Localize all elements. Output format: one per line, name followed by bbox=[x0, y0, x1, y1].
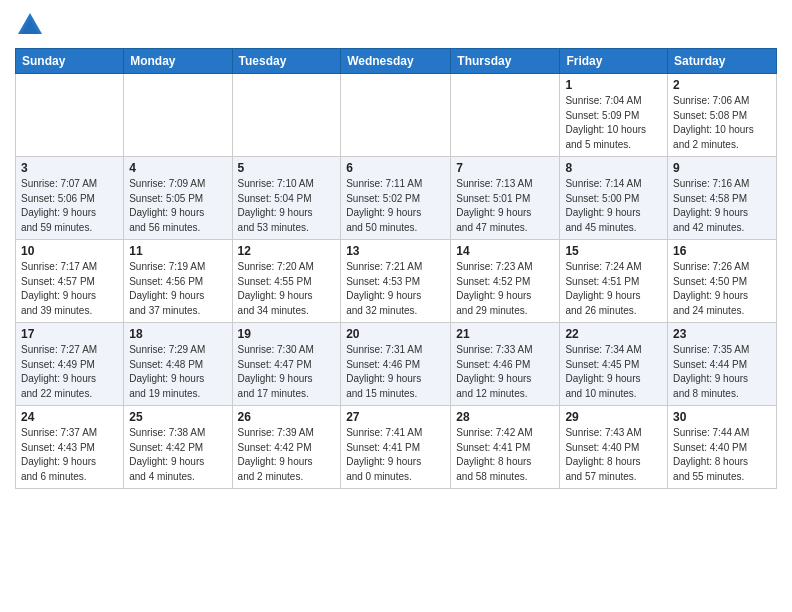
weekday-header-monday: Monday bbox=[124, 49, 232, 74]
calendar-cell: 7Sunrise: 7:13 AMSunset: 5:01 PMDaylight… bbox=[451, 157, 560, 240]
day-info: Sunrise: 7:13 AMSunset: 5:01 PMDaylight:… bbox=[456, 177, 554, 235]
calendar-week-row: 24Sunrise: 7:37 AMSunset: 4:43 PMDayligh… bbox=[16, 406, 777, 489]
calendar-cell: 3Sunrise: 7:07 AMSunset: 5:06 PMDaylight… bbox=[16, 157, 124, 240]
calendar-cell: 2Sunrise: 7:06 AMSunset: 5:08 PMDaylight… bbox=[668, 74, 777, 157]
calendar-cell: 25Sunrise: 7:38 AMSunset: 4:42 PMDayligh… bbox=[124, 406, 232, 489]
calendar-cell: 18Sunrise: 7:29 AMSunset: 4:48 PMDayligh… bbox=[124, 323, 232, 406]
day-number: 25 bbox=[129, 410, 226, 424]
day-number: 22 bbox=[565, 327, 662, 341]
day-number: 17 bbox=[21, 327, 118, 341]
day-info: Sunrise: 7:43 AMSunset: 4:40 PMDaylight:… bbox=[565, 426, 662, 484]
day-info: Sunrise: 7:41 AMSunset: 4:41 PMDaylight:… bbox=[346, 426, 445, 484]
day-number: 5 bbox=[238, 161, 336, 175]
day-info: Sunrise: 7:37 AMSunset: 4:43 PMDaylight:… bbox=[21, 426, 118, 484]
calendar-table: SundayMondayTuesdayWednesdayThursdayFrid… bbox=[15, 48, 777, 489]
day-info: Sunrise: 7:07 AMSunset: 5:06 PMDaylight:… bbox=[21, 177, 118, 235]
day-info: Sunrise: 7:11 AMSunset: 5:02 PMDaylight:… bbox=[346, 177, 445, 235]
weekday-header-sunday: Sunday bbox=[16, 49, 124, 74]
day-info: Sunrise: 7:31 AMSunset: 4:46 PMDaylight:… bbox=[346, 343, 445, 401]
calendar-cell: 10Sunrise: 7:17 AMSunset: 4:57 PMDayligh… bbox=[16, 240, 124, 323]
day-number: 21 bbox=[456, 327, 554, 341]
day-number: 8 bbox=[565, 161, 662, 175]
day-number: 19 bbox=[238, 327, 336, 341]
weekday-header-row: SundayMondayTuesdayWednesdayThursdayFrid… bbox=[16, 49, 777, 74]
calendar-cell bbox=[16, 74, 124, 157]
calendar-cell: 12Sunrise: 7:20 AMSunset: 4:55 PMDayligh… bbox=[232, 240, 341, 323]
weekday-header-thursday: Thursday bbox=[451, 49, 560, 74]
day-number: 26 bbox=[238, 410, 336, 424]
day-number: 4 bbox=[129, 161, 226, 175]
calendar-cell: 27Sunrise: 7:41 AMSunset: 4:41 PMDayligh… bbox=[341, 406, 451, 489]
page: SundayMondayTuesdayWednesdayThursdayFrid… bbox=[0, 0, 792, 612]
logo bbox=[15, 10, 49, 40]
calendar-cell bbox=[232, 74, 341, 157]
calendar-cell: 17Sunrise: 7:27 AMSunset: 4:49 PMDayligh… bbox=[16, 323, 124, 406]
weekday-header-friday: Friday bbox=[560, 49, 668, 74]
day-number: 16 bbox=[673, 244, 771, 258]
day-number: 20 bbox=[346, 327, 445, 341]
day-info: Sunrise: 7:06 AMSunset: 5:08 PMDaylight:… bbox=[673, 94, 771, 152]
day-info: Sunrise: 7:35 AMSunset: 4:44 PMDaylight:… bbox=[673, 343, 771, 401]
calendar-cell: 1Sunrise: 7:04 AMSunset: 5:09 PMDaylight… bbox=[560, 74, 668, 157]
calendar-cell: 14Sunrise: 7:23 AMSunset: 4:52 PMDayligh… bbox=[451, 240, 560, 323]
logo-icon bbox=[15, 10, 45, 40]
day-info: Sunrise: 7:42 AMSunset: 4:41 PMDaylight:… bbox=[456, 426, 554, 484]
calendar-cell: 29Sunrise: 7:43 AMSunset: 4:40 PMDayligh… bbox=[560, 406, 668, 489]
calendar-cell: 11Sunrise: 7:19 AMSunset: 4:56 PMDayligh… bbox=[124, 240, 232, 323]
day-info: Sunrise: 7:34 AMSunset: 4:45 PMDaylight:… bbox=[565, 343, 662, 401]
calendar-cell bbox=[124, 74, 232, 157]
day-number: 6 bbox=[346, 161, 445, 175]
day-number: 10 bbox=[21, 244, 118, 258]
day-number: 13 bbox=[346, 244, 445, 258]
calendar-week-row: 17Sunrise: 7:27 AMSunset: 4:49 PMDayligh… bbox=[16, 323, 777, 406]
calendar-cell bbox=[341, 74, 451, 157]
day-info: Sunrise: 7:29 AMSunset: 4:48 PMDaylight:… bbox=[129, 343, 226, 401]
calendar-cell: 24Sunrise: 7:37 AMSunset: 4:43 PMDayligh… bbox=[16, 406, 124, 489]
day-number: 15 bbox=[565, 244, 662, 258]
calendar-cell: 28Sunrise: 7:42 AMSunset: 4:41 PMDayligh… bbox=[451, 406, 560, 489]
calendar-cell: 9Sunrise: 7:16 AMSunset: 4:58 PMDaylight… bbox=[668, 157, 777, 240]
calendar-cell: 13Sunrise: 7:21 AMSunset: 4:53 PMDayligh… bbox=[341, 240, 451, 323]
day-number: 30 bbox=[673, 410, 771, 424]
calendar-cell: 4Sunrise: 7:09 AMSunset: 5:05 PMDaylight… bbox=[124, 157, 232, 240]
weekday-header-wednesday: Wednesday bbox=[341, 49, 451, 74]
day-number: 14 bbox=[456, 244, 554, 258]
day-info: Sunrise: 7:23 AMSunset: 4:52 PMDaylight:… bbox=[456, 260, 554, 318]
day-number: 12 bbox=[238, 244, 336, 258]
weekday-header-tuesday: Tuesday bbox=[232, 49, 341, 74]
calendar-cell: 19Sunrise: 7:30 AMSunset: 4:47 PMDayligh… bbox=[232, 323, 341, 406]
day-info: Sunrise: 7:10 AMSunset: 5:04 PMDaylight:… bbox=[238, 177, 336, 235]
calendar-cell: 30Sunrise: 7:44 AMSunset: 4:40 PMDayligh… bbox=[668, 406, 777, 489]
day-number: 1 bbox=[565, 78, 662, 92]
day-info: Sunrise: 7:14 AMSunset: 5:00 PMDaylight:… bbox=[565, 177, 662, 235]
day-info: Sunrise: 7:17 AMSunset: 4:57 PMDaylight:… bbox=[21, 260, 118, 318]
weekday-header-saturday: Saturday bbox=[668, 49, 777, 74]
day-number: 3 bbox=[21, 161, 118, 175]
calendar-cell: 21Sunrise: 7:33 AMSunset: 4:46 PMDayligh… bbox=[451, 323, 560, 406]
day-info: Sunrise: 7:26 AMSunset: 4:50 PMDaylight:… bbox=[673, 260, 771, 318]
calendar-cell: 26Sunrise: 7:39 AMSunset: 4:42 PMDayligh… bbox=[232, 406, 341, 489]
day-number: 23 bbox=[673, 327, 771, 341]
calendar-cell: 15Sunrise: 7:24 AMSunset: 4:51 PMDayligh… bbox=[560, 240, 668, 323]
day-info: Sunrise: 7:20 AMSunset: 4:55 PMDaylight:… bbox=[238, 260, 336, 318]
day-number: 24 bbox=[21, 410, 118, 424]
day-info: Sunrise: 7:27 AMSunset: 4:49 PMDaylight:… bbox=[21, 343, 118, 401]
day-number: 18 bbox=[129, 327, 226, 341]
calendar-cell: 23Sunrise: 7:35 AMSunset: 4:44 PMDayligh… bbox=[668, 323, 777, 406]
calendar-week-row: 10Sunrise: 7:17 AMSunset: 4:57 PMDayligh… bbox=[16, 240, 777, 323]
day-info: Sunrise: 7:16 AMSunset: 4:58 PMDaylight:… bbox=[673, 177, 771, 235]
day-number: 29 bbox=[565, 410, 662, 424]
day-info: Sunrise: 7:19 AMSunset: 4:56 PMDaylight:… bbox=[129, 260, 226, 318]
day-info: Sunrise: 7:04 AMSunset: 5:09 PMDaylight:… bbox=[565, 94, 662, 152]
calendar-cell: 22Sunrise: 7:34 AMSunset: 4:45 PMDayligh… bbox=[560, 323, 668, 406]
calendar-cell: 6Sunrise: 7:11 AMSunset: 5:02 PMDaylight… bbox=[341, 157, 451, 240]
day-info: Sunrise: 7:44 AMSunset: 4:40 PMDaylight:… bbox=[673, 426, 771, 484]
calendar-cell: 5Sunrise: 7:10 AMSunset: 5:04 PMDaylight… bbox=[232, 157, 341, 240]
day-number: 7 bbox=[456, 161, 554, 175]
day-number: 28 bbox=[456, 410, 554, 424]
day-info: Sunrise: 7:21 AMSunset: 4:53 PMDaylight:… bbox=[346, 260, 445, 318]
day-number: 2 bbox=[673, 78, 771, 92]
calendar-cell: 16Sunrise: 7:26 AMSunset: 4:50 PMDayligh… bbox=[668, 240, 777, 323]
calendar-cell: 20Sunrise: 7:31 AMSunset: 4:46 PMDayligh… bbox=[341, 323, 451, 406]
day-info: Sunrise: 7:38 AMSunset: 4:42 PMDaylight:… bbox=[129, 426, 226, 484]
